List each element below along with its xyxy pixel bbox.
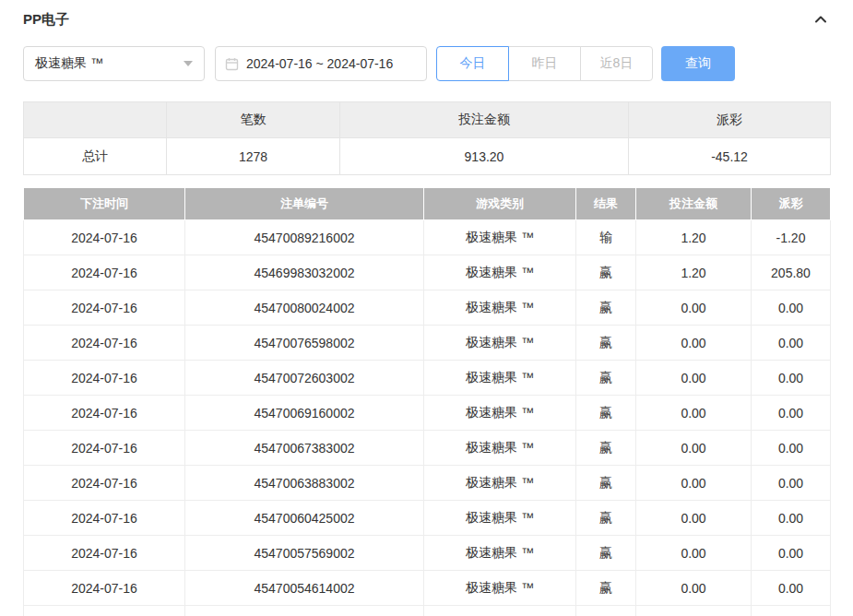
filter-bar: 极速糖果 ™ 2024-07-16 ~ 2024-07-16 今日 昨日 近8日… [23,46,830,81]
cell-game-type: 极速糖果 ™ [424,396,576,431]
cell-bet-amount: 0.00 [636,290,752,326]
summary-table: 笔数 投注金额 派彩 总计 1278 913.20 -45.12 [23,101,831,175]
record-row: 2024-07-1645470057569002极速糖果 ™赢0.000.00 [24,536,831,571]
cell-order-id: 45470076598002 [185,326,424,361]
summary-total-row: 总计 1278 913.20 -45.12 [24,138,831,175]
game-select[interactable]: 极速糖果 ™ [23,46,205,81]
cell-bet-time: 2024-07-16 [24,431,185,466]
cell-bet-amount: 0.00 [636,501,752,536]
cell-game-type: 极速糖果 ™ [424,431,576,466]
empty-cell [185,606,424,616]
col-header-payout: 派彩 [752,188,831,220]
cell-bet-amount: 0.00 [636,466,752,501]
collapse-button[interactable] [812,10,830,29]
cell-result: 赢 [576,571,636,606]
cell-result: 赢 [576,536,636,571]
cell-result: 赢 [576,326,636,361]
cell-game-type: 极速糖果 ™ [424,466,576,501]
col-header-bet-time: 下注时间 [24,188,185,220]
cell-bet-time: 2024-07-16 [24,571,185,606]
last-8-days-button[interactable]: 近8日 [580,46,653,81]
record-row: 2024-07-1645470063883002极速糖果 ™赢0.000.00 [24,466,831,501]
record-row: 2024-07-1645470076598002极速糖果 ™赢0.000.00 [24,326,831,361]
record-row: 2024-07-1645470060425002极速糖果 ™赢0.000.00 [24,501,831,536]
col-header-result: 结果 [576,188,636,220]
cell-result: 赢 [576,501,636,536]
empty-cell [424,606,576,616]
cell-game-type: 极速糖果 ™ [424,361,576,396]
cell-order-id: 45470063883002 [185,466,424,501]
cell-game-type: 极速糖果 ™ [424,326,576,361]
col-header-bet-amount: 投注金额 [636,188,752,220]
empty-cell [24,606,185,616]
cell-game-type: 极速糖果 ™ [424,571,576,606]
panel-header: PP电子 [23,7,830,31]
summary-header-row: 笔数 投注金额 派彩 [24,102,831,138]
cell-bet-time: 2024-07-16 [24,361,185,396]
cell-result: 赢 [576,431,636,466]
cell-order-id: 45470067383002 [185,431,424,466]
page-title: PP电子 [23,11,69,29]
cell-bet-time: 2024-07-16 [24,290,185,326]
empty-cell [752,606,831,616]
summary-header-count: 笔数 [167,102,340,138]
cell-bet-amount: 0.00 [636,396,752,431]
cell-order-id: 45470069160002 [185,396,424,431]
summary-header-empty [24,102,167,138]
summary-total-payout: -45.12 [629,138,831,175]
date-range-input[interactable]: 2024-07-16 ~ 2024-07-16 [215,46,427,81]
cell-order-id: 45470054614002 [185,571,424,606]
record-row: 2024-07-1645470069160002极速糖果 ™赢0.000.00 [24,396,831,431]
today-button[interactable]: 今日 [436,46,509,81]
cell-payout: 0.00 [752,431,831,466]
cell-payout: 0.00 [752,501,831,536]
cell-payout: 205.80 [752,255,831,290]
cell-bet-amount: 0.00 [636,536,752,571]
cell-bet-amount: 1.20 [636,255,752,290]
cell-payout: 0.00 [752,466,831,501]
col-header-order-id: 注单编号 [185,188,424,220]
cell-result: 赢 [576,255,636,290]
record-row: 2024-07-1645470072603002极速糖果 ™赢0.000.00 [24,361,831,396]
empty-cell [636,606,752,616]
summary-total-bet-amount: 913.20 [340,138,629,175]
record-row: 2024-07-1645469983032002极速糖果 ™赢1.20205.8… [24,255,831,290]
cell-payout: 0.00 [752,536,831,571]
cell-payout: 0.00 [752,361,831,396]
date-range-value: 2024-07-16 ~ 2024-07-16 [246,56,393,71]
summary-header-bet-amount: 投注金额 [340,102,629,138]
cell-payout: 0.00 [752,290,831,326]
cell-order-id: 45470089216002 [185,220,424,255]
cell-order-id: 45470060425002 [185,501,424,536]
record-row: 2024-07-1645470089216002极速糖果 ™输1.20-1.20 [24,220,831,255]
cell-result: 赢 [576,466,636,501]
cell-bet-amount: 0.00 [636,361,752,396]
pp-electronic-panel: PP电子 极速糖果 ™ 2024-07-16 ~ 2024-07-16 今日 昨… [0,0,853,616]
cell-order-id: 45470072603002 [185,361,424,396]
cell-bet-time: 2024-07-16 [24,326,185,361]
cell-result: 赢 [576,361,636,396]
cell-result: 赢 [576,396,636,431]
yesterday-button[interactable]: 昨日 [508,46,581,81]
cell-bet-time: 2024-07-16 [24,255,185,290]
search-button[interactable]: 查询 [661,46,735,81]
record-row-partial [24,606,831,616]
empty-cell [576,606,636,616]
cell-result: 输 [576,220,636,255]
records-table: 下注时间 注单编号 游戏类别 结果 投注金额 派彩 2024-07-164547… [23,187,831,616]
summary-total-label: 总计 [24,138,167,175]
cell-payout: 0.00 [752,326,831,361]
quick-date-button-group: 今日 昨日 近8日 [436,46,653,81]
cell-bet-time: 2024-07-16 [24,466,185,501]
cell-bet-amount: 0.00 [636,571,752,606]
cell-order-id: 45470080024002 [185,290,424,326]
cell-payout: 0.00 [752,571,831,606]
cell-bet-time: 2024-07-16 [24,536,185,571]
record-row: 2024-07-1645470080024002极速糖果 ™赢0.000.00 [24,290,831,326]
records-header-row: 下注时间 注单编号 游戏类别 结果 投注金额 派彩 [24,188,831,220]
cell-bet-amount: 0.00 [636,326,752,361]
cell-bet-time: 2024-07-16 [24,220,185,255]
cell-bet-amount: 1.20 [636,220,752,255]
col-header-game-type: 游戏类别 [424,188,576,220]
record-row: 2024-07-1645470067383002极速糖果 ™赢0.000.00 [24,431,831,466]
